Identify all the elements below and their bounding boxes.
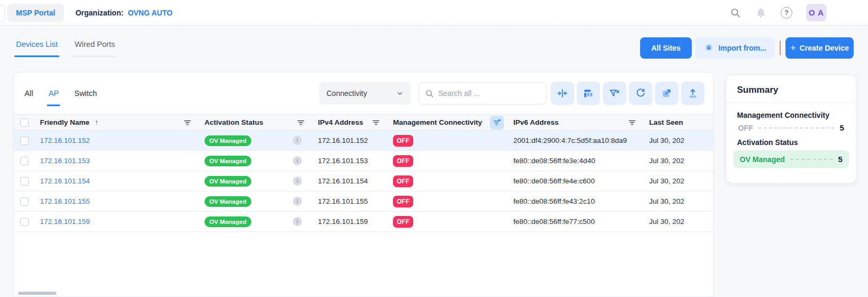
upload-button[interactable] [681,82,705,105]
select-all-checkbox[interactable] [20,118,29,127]
create-device-button[interactable]: + Create Device [785,37,854,59]
table-row[interactable]: 172.16.101.155 OV Managed i 172.16.101.1… [14,191,713,212]
collapsed-sidebar-stub[interactable] [0,4,5,22]
create-device-label: Create Device [799,44,849,52]
table-row[interactable]: 172.16.101.154 OV Managed i 172.16.101.1… [14,171,713,191]
import-from-label: Import from... [718,44,766,52]
device-name-link[interactable]: 172.16.101.152 [40,137,90,145]
last-seen-value: Jul 30, 202 [649,177,684,185]
ipv4-value: 172.16.101.153 [318,157,368,165]
summary-ov-managed-row[interactable]: OV Managed 5 [733,150,849,168]
column-ipv4-address[interactable]: IPv4 Address [318,118,363,126]
open-external-icon [661,87,673,99]
row-checkbox[interactable] [20,177,29,186]
info-icon[interactable]: i [293,136,302,145]
chevron-down-icon [396,90,404,97]
ipv6-value: fe80::de08:56ff:fe4e:c600 [513,177,595,185]
fit-columns-button[interactable] [551,82,574,105]
connectivity-dropdown[interactable]: Connectivity [319,82,411,105]
device-name-link[interactable]: 172.16.101.153 [40,157,90,165]
filter-icon[interactable] [297,118,305,127]
table-row[interactable]: 172.16.101.153 OV Managed i 172.16.101.1… [14,151,713,171]
column-last-seen[interactable]: Last Seen [649,118,683,126]
device-name-link[interactable]: 172.16.101.154 [40,177,90,185]
type-tab-switch[interactable]: Switch [73,88,97,99]
page-tabs: Devices List Wired Ports [14,40,117,57]
tab-wired-ports[interactable]: Wired Ports [73,40,117,57]
header-actions: All Sites Import from... + Create Device [640,37,854,59]
ipv4-value: 172.16.101.154 [318,177,368,185]
row-checkbox[interactable] [20,137,29,145]
device-name-link[interactable]: 172.16.101.155 [40,197,90,205]
bell-icon[interactable] [755,7,767,19]
summary-mgmt-connectivity-heading: Management Connectivity [733,111,849,119]
dashed-leader [758,127,834,129]
avatar[interactable]: O A [806,4,826,21]
summary-panel: Summary Management Connectivity OFF 5 Ac… [726,75,856,183]
info-icon[interactable]: i [293,176,302,186]
all-sites-button[interactable]: All Sites [640,37,692,59]
row-checkbox[interactable] [20,197,29,206]
msp-portal-button[interactable]: MSP Portal [7,4,64,22]
info-icon[interactable]: i [293,217,302,226]
actions-divider [780,41,781,55]
ipv4-value: 172.16.101.159 [318,218,368,226]
activation-status-badge: OV Managed [204,176,251,187]
column-activation-status[interactable]: Activation Status [204,118,263,126]
type-tab-all[interactable]: All [24,88,34,99]
summary-off-row[interactable]: OFF 5 [733,123,849,138]
last-seen-value: Jul 30, 202 [649,197,684,205]
columns-button[interactable] [577,82,600,105]
filter-icon[interactable] [372,118,380,127]
clear-filter-button[interactable] [603,82,626,105]
tab-devices-list[interactable]: Devices List [14,40,59,57]
sort-asc-icon[interactable]: ↑ [95,118,99,126]
activation-status-badge: OV Managed [204,196,251,207]
filter-icon[interactable] [183,118,192,127]
refresh-icon [635,87,646,99]
devices-table-card: All AP Switch Connectivity [13,72,714,297]
column-friendly-name[interactable]: Friendly Name [40,118,89,126]
help-icon[interactable]: ? [781,7,792,19]
connectivity-badge: OFF [393,155,413,167]
activation-status-badge: OV Managed [204,135,251,146]
filter-icon[interactable] [628,118,636,127]
refresh-button[interactable] [629,82,652,105]
table-toolbar: All AP Switch Connectivity [14,73,713,114]
connectivity-badge: OFF [393,175,413,187]
column-management-connectivity[interactable]: Management Connectivity [393,118,482,126]
row-checkbox[interactable] [20,157,29,165]
ipv6-value: fe80::de08:56ff:fe3e:4d40 [513,157,595,165]
columns-icon [583,87,594,99]
filter-active-icon[interactable] [490,116,504,130]
connectivity-dropdown-value: Connectivity [326,89,367,98]
type-tab-ap[interactable]: AP [48,88,59,99]
search-icon[interactable] [730,7,741,19]
search-icon [425,89,434,98]
summary-off-label: OFF [738,124,753,132]
table-row[interactable]: 172.16.101.152 OV Managed i 172.16.101.1… [14,131,713,151]
open-external-button[interactable] [655,82,678,105]
top-bar: MSP Portal Organization: OVNG AUTO ? O A [0,0,868,26]
fit-columns-icon [556,87,568,99]
table-row[interactable]: 172.16.101.159 OV Managed i 172.16.101.1… [14,212,713,232]
info-icon[interactable]: i [293,156,302,165]
horizontal-scrollbar[interactable] [18,292,56,295]
connectivity-badge: OFF [393,135,413,147]
search-input[interactable] [438,89,540,98]
activation-status-badge: OV Managed [204,216,251,227]
device-name-link[interactable]: 172.16.101.159 [40,218,90,226]
table-header: Friendly Name ↑ Activation Status IPv4 A… [14,114,713,131]
ipv6-value: fe80::de08:56ff:fe77:c500 [513,218,595,226]
last-seen-value: Jul 30, 202 [649,137,684,145]
ipv6-value: fe80::de08:56ff:fe43:2c10 [513,197,595,205]
row-checkbox[interactable] [20,218,29,226]
connectivity-badge: OFF [393,196,413,207]
import-from-button[interactable]: Import from... [695,37,775,59]
organization-value-link[interactable]: OVNG AUTO [128,9,173,17]
plus-icon: + [790,43,796,53]
info-icon[interactable]: i [293,197,302,206]
search-box [419,82,546,105]
connectivity-badge: OFF [393,216,413,228]
column-ipv6-address[interactable]: IPv6 Address [513,118,559,126]
